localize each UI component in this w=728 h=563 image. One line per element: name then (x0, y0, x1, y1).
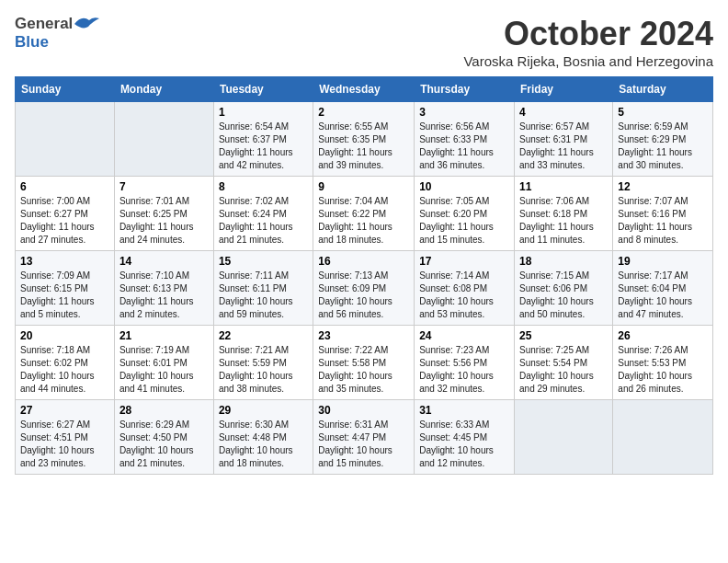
calendar-cell: 9 Sunrise: 7:04 AMSunset: 6:22 PMDayligh… (313, 177, 415, 251)
day-info: Sunrise: 7:09 AMSunset: 6:15 PMDaylight:… (20, 270, 95, 319)
day-info: Sunrise: 7:04 AMSunset: 6:22 PMDaylight:… (318, 196, 392, 245)
calendar-cell: 12 Sunrise: 7:07 AMSunset: 6:16 PMDaylig… (613, 177, 713, 251)
calendar-cell: 31 Sunrise: 6:33 AMSunset: 4:45 PMDaylig… (415, 400, 515, 475)
calendar-cell: 20 Sunrise: 7:18 AMSunset: 6:02 PMDaylig… (16, 326, 115, 400)
day-number: 8 (219, 180, 308, 193)
day-number: 18 (519, 255, 608, 268)
logo-general-text: General (15, 15, 73, 33)
day-info: Sunrise: 6:33 AMSunset: 4:45 PMDaylight:… (419, 419, 494, 468)
day-info: Sunrise: 7:23 AMSunset: 5:56 PMDaylight:… (419, 345, 494, 394)
day-info: Sunrise: 6:30 AMSunset: 4:48 PMDaylight:… (219, 419, 293, 468)
calendar-cell: 23 Sunrise: 7:22 AMSunset: 5:58 PMDaylig… (313, 326, 415, 400)
day-info: Sunrise: 7:02 AMSunset: 6:24 PMDaylight:… (219, 196, 293, 245)
day-info: Sunrise: 6:57 AMSunset: 6:31 PMDaylight:… (519, 121, 594, 170)
day-info: Sunrise: 6:54 AMSunset: 6:37 PMDaylight:… (219, 121, 293, 170)
calendar-table: SundayMondayTuesdayWednesdayThursdayFrid… (15, 76, 713, 475)
day-number: 15 (219, 255, 308, 268)
day-number: 24 (419, 329, 509, 342)
day-info: Sunrise: 7:07 AMSunset: 6:16 PMDaylight:… (618, 196, 692, 245)
calendar-cell: 30 Sunrise: 6:31 AMSunset: 4:47 PMDaylig… (313, 400, 415, 475)
day-info: Sunrise: 7:00 AMSunset: 6:27 PMDaylight:… (20, 196, 95, 245)
calendar-cell: 2 Sunrise: 6:55 AMSunset: 6:35 PMDayligh… (313, 102, 415, 177)
day-info: Sunrise: 7:18 AMSunset: 6:02 PMDaylight:… (20, 345, 95, 394)
day-info: Sunrise: 7:26 AMSunset: 5:53 PMDaylight:… (618, 345, 692, 394)
calendar-cell: 26 Sunrise: 7:26 AMSunset: 5:53 PMDaylig… (613, 326, 713, 400)
calendar-cell (114, 102, 213, 177)
day-info: Sunrise: 6:55 AMSunset: 6:35 PMDaylight:… (318, 121, 392, 170)
calendar-cell: 4 Sunrise: 6:57 AMSunset: 6:31 PMDayligh… (515, 102, 613, 177)
day-info: Sunrise: 7:25 AMSunset: 5:54 PMDaylight:… (519, 345, 594, 394)
calendar-week-row: 20 Sunrise: 7:18 AMSunset: 6:02 PMDaylig… (16, 326, 713, 400)
weekday-header-wednesday: Wednesday (313, 77, 415, 102)
calendar-cell: 17 Sunrise: 7:14 AMSunset: 6:08 PMDaylig… (415, 251, 515, 326)
day-number: 5 (618, 106, 708, 119)
day-number: 6 (20, 180, 109, 193)
day-number: 12 (618, 180, 708, 193)
calendar-cell: 22 Sunrise: 7:21 AMSunset: 5:59 PMDaylig… (213, 326, 313, 400)
calendar-cell: 18 Sunrise: 7:15 AMSunset: 6:06 PMDaylig… (515, 251, 613, 326)
day-info: Sunrise: 7:22 AMSunset: 5:58 PMDaylight:… (318, 345, 392, 394)
logo: General Blue (15, 15, 100, 52)
calendar-cell: 13 Sunrise: 7:09 AMSunset: 6:15 PMDaylig… (16, 251, 115, 326)
day-info: Sunrise: 6:56 AMSunset: 6:33 PMDaylight:… (419, 121, 494, 170)
calendar-cell: 15 Sunrise: 7:11 AMSunset: 6:11 PMDaylig… (213, 251, 313, 326)
day-number: 19 (618, 255, 708, 268)
weekday-header-saturday: Saturday (613, 77, 713, 102)
day-info: Sunrise: 7:17 AMSunset: 6:04 PMDaylight:… (618, 270, 692, 319)
day-number: 31 (419, 404, 509, 417)
calendar-week-row: 27 Sunrise: 6:27 AMSunset: 4:51 PMDaylig… (16, 400, 713, 475)
day-number: 13 (20, 255, 109, 268)
calendar-cell: 16 Sunrise: 7:13 AMSunset: 6:09 PMDaylig… (313, 251, 415, 326)
calendar-cell: 14 Sunrise: 7:10 AMSunset: 6:13 PMDaylig… (114, 251, 213, 326)
day-number: 10 (419, 180, 509, 193)
day-info: Sunrise: 7:05 AMSunset: 6:20 PMDaylight:… (419, 196, 494, 245)
day-info: Sunrise: 7:14 AMSunset: 6:08 PMDaylight:… (419, 270, 494, 319)
day-info: Sunrise: 7:19 AMSunset: 6:01 PMDaylight:… (119, 345, 194, 394)
calendar-cell: 11 Sunrise: 7:06 AMSunset: 6:18 PMDaylig… (515, 177, 613, 251)
day-info: Sunrise: 6:29 AMSunset: 4:50 PMDaylight:… (119, 419, 194, 468)
weekday-header-sunday: Sunday (16, 77, 115, 102)
calendar-week-row: 6 Sunrise: 7:00 AMSunset: 6:27 PMDayligh… (16, 177, 713, 251)
day-number: 30 (318, 404, 409, 417)
calendar-cell: 8 Sunrise: 7:02 AMSunset: 6:24 PMDayligh… (213, 177, 313, 251)
calendar-cell: 6 Sunrise: 7:00 AMSunset: 6:27 PMDayligh… (16, 177, 115, 251)
day-number: 23 (318, 329, 409, 342)
calendar-cell (613, 400, 713, 475)
weekday-header-row: SundayMondayTuesdayWednesdayThursdayFrid… (16, 77, 713, 102)
calendar-cell (515, 400, 613, 475)
month-title: October 2024 (463, 15, 713, 53)
day-number: 21 (119, 329, 209, 342)
day-info: Sunrise: 7:21 AMSunset: 5:59 PMDaylight:… (219, 345, 293, 394)
day-info: Sunrise: 6:31 AMSunset: 4:47 PMDaylight:… (318, 419, 392, 468)
weekday-header-friday: Friday (515, 77, 613, 102)
calendar-cell: 7 Sunrise: 7:01 AMSunset: 6:25 PMDayligh… (114, 177, 213, 251)
logo-blue-label: Blue (15, 33, 49, 51)
calendar-cell: 19 Sunrise: 7:17 AMSunset: 6:04 PMDaylig… (613, 251, 713, 326)
calendar-cell (16, 102, 115, 177)
day-number: 4 (519, 106, 608, 119)
day-number: 27 (20, 404, 109, 417)
calendar-cell: 28 Sunrise: 6:29 AMSunset: 4:50 PMDaylig… (114, 400, 213, 475)
day-info: Sunrise: 7:13 AMSunset: 6:09 PMDaylight:… (318, 270, 392, 319)
day-number: 9 (318, 180, 409, 193)
day-info: Sunrise: 7:15 AMSunset: 6:06 PMDaylight:… (519, 270, 594, 319)
calendar-cell: 29 Sunrise: 6:30 AMSunset: 4:48 PMDaylig… (213, 400, 313, 475)
weekday-header-thursday: Thursday (415, 77, 515, 102)
day-number: 14 (119, 255, 209, 268)
day-number: 11 (519, 180, 608, 193)
weekday-header-monday: Monday (114, 77, 213, 102)
calendar-week-row: 1 Sunrise: 6:54 AMSunset: 6:37 PMDayligh… (16, 102, 713, 177)
calendar-cell: 24 Sunrise: 7:23 AMSunset: 5:56 PMDaylig… (415, 326, 515, 400)
day-info: Sunrise: 7:06 AMSunset: 6:18 PMDaylight:… (519, 196, 594, 245)
day-number: 20 (20, 329, 109, 342)
location: Varoska Rijeka, Bosnia and Herzegovina (463, 53, 713, 69)
calendar-cell: 3 Sunrise: 6:56 AMSunset: 6:33 PMDayligh… (415, 102, 515, 177)
day-number: 26 (618, 329, 708, 342)
day-number: 2 (318, 106, 409, 119)
calendar-cell: 25 Sunrise: 7:25 AMSunset: 5:54 PMDaylig… (515, 326, 613, 400)
calendar-cell: 1 Sunrise: 6:54 AMSunset: 6:37 PMDayligh… (213, 102, 313, 177)
day-info: Sunrise: 7:01 AMSunset: 6:25 PMDaylight:… (119, 196, 194, 245)
day-number: 7 (119, 180, 209, 193)
day-number: 1 (219, 106, 308, 119)
calendar-cell: 27 Sunrise: 6:27 AMSunset: 4:51 PMDaylig… (16, 400, 115, 475)
